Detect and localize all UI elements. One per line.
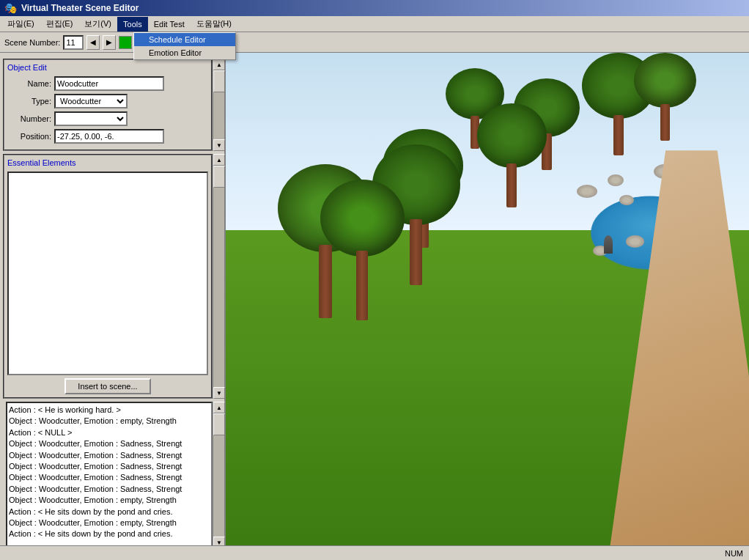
position-input[interactable] xyxy=(54,129,164,144)
menu-file[interactable]: 파일(E) xyxy=(1,17,40,32)
number-select[interactable] xyxy=(54,111,128,126)
menu-edit-test[interactable]: Edit Test xyxy=(148,17,191,32)
field-row-number: Number: xyxy=(7,111,208,126)
scene-prev-button[interactable]: ◀ xyxy=(86,35,100,50)
main-layout: Object Edit Name: Type: Woodcutter xyxy=(0,53,749,560)
log-line: Action : < He is working hard. > xyxy=(9,405,210,416)
log-line: Object : Woodcutter, Emotion : empty, St… xyxy=(9,517,210,528)
log-line: Object : Woodcutter, Emotion : Sadness, … xyxy=(9,438,210,449)
essential-vscroll-thumb[interactable] xyxy=(213,166,225,188)
path-road xyxy=(605,150,749,560)
essential-vscroll-track xyxy=(213,166,224,387)
num-indicator: NUM xyxy=(725,549,743,558)
log-line: Object : Woodcutter, Emotion : empty, St… xyxy=(9,416,210,427)
scene-status-indicator xyxy=(119,36,132,49)
status-bar: NUM xyxy=(0,545,749,560)
object-edit-title: Object Edit xyxy=(7,63,208,72)
log-vscroll-thumb[interactable] xyxy=(213,413,225,435)
essential-vscroll-down[interactable]: ▼ xyxy=(213,387,225,399)
menu-help[interactable]: 도움말(H) xyxy=(191,17,237,32)
essential-vscroll-up[interactable]: ▲ xyxy=(213,154,225,166)
scene-next-button[interactable]: ▶ xyxy=(103,35,116,50)
position-label: Position: xyxy=(7,132,51,141)
title-bar-text: Virtual Theater Scene Editor xyxy=(21,3,139,13)
character-figure xyxy=(604,235,613,254)
scene-number-input[interactable] xyxy=(63,35,84,50)
scene-number-label: Scene Number: xyxy=(4,38,60,47)
log-line: Object : Woodcutter, Emotion : empty, St… xyxy=(9,495,210,506)
essential-elements-section: Essential Elements Insert to scene... xyxy=(3,154,213,399)
menu-bar: 파일(E) 편집(E) 보기(V) Tools Edit Test 도움말(H)… xyxy=(0,16,749,32)
viewport-3d[interactable] xyxy=(226,53,749,560)
log-area[interactable]: Action : < He is working hard. >Object :… xyxy=(6,402,213,548)
log-line: Object : Woodcutter, Emotion : Sadness, … xyxy=(9,484,210,495)
number-label: Number: xyxy=(7,114,51,123)
vscroll-up-btn[interactable]: ▲ xyxy=(213,59,225,70)
essential-scrollbar[interactable]: ▲ ▼ xyxy=(213,154,224,399)
essential-elements-title: Essential Elements xyxy=(7,158,208,167)
log-line: Object : Woodcutter, Emotion : Sadness, … xyxy=(9,472,210,483)
field-row-name: Name: xyxy=(7,76,208,91)
type-label: Type: xyxy=(7,97,51,106)
left-panel: Object Edit Name: Type: Woodcutter xyxy=(0,53,226,560)
insert-to-scene-button[interactable]: Insert to scene... xyxy=(64,378,150,394)
app-icon: 🎭 xyxy=(4,2,17,14)
log-scrollbar[interactable]: ▲ ▼ xyxy=(213,402,224,548)
left-panel-inner: Object Edit Name: Type: Woodcutter xyxy=(0,53,224,560)
name-input[interactable] xyxy=(54,76,164,91)
vscroll-track-top xyxy=(213,70,224,139)
object-edit-section: Object Edit Name: Type: Woodcutter xyxy=(3,59,213,151)
elements-list[interactable] xyxy=(7,172,208,375)
vscroll-down-btn[interactable]: ▼ xyxy=(213,139,225,151)
log-vscroll-track xyxy=(213,413,224,537)
tree-back-4 xyxy=(634,53,696,141)
type-select[interactable]: Woodcutter xyxy=(54,94,128,108)
tree-mid-2 xyxy=(477,103,547,207)
title-bar: 🎭 Virtual Theater Scene Editor xyxy=(0,0,749,16)
vscroll-thumb[interactable] xyxy=(213,70,225,92)
log-line: Action : < NULL > xyxy=(9,427,210,438)
log-line: Action : < He sits down by the pond and … xyxy=(9,528,210,539)
menu-tools[interactable]: Tools xyxy=(117,17,148,32)
name-label: Name: xyxy=(7,79,51,88)
menu-view[interactable]: 보기(V) xyxy=(78,17,117,32)
dropdown-item-schedule-editor[interactable]: Schedule Editor xyxy=(134,33,235,46)
menu-edit[interactable]: 편집(E) xyxy=(40,17,79,32)
field-row-position: Position: xyxy=(7,129,208,144)
object-edit-scrollbar[interactable]: ▲ ▼ xyxy=(213,59,224,151)
log-line: Object : Woodcutter, Emotion : Sadness, … xyxy=(9,450,210,461)
tree-front-3 xyxy=(320,180,405,320)
field-row-type: Type: Woodcutter xyxy=(7,94,208,108)
log-line: Action : < He sits down by the pond and … xyxy=(9,506,210,517)
log-vscroll-up[interactable]: ▲ xyxy=(213,402,225,413)
log-line: Object : Woodcutter, Emotion : Sadness, … xyxy=(9,461,210,472)
dropdown-item-emotion-editor[interactable]: Emotion Editor xyxy=(134,46,235,59)
scene-row: Scene Number: ◀ ▶ xyxy=(0,32,749,53)
tools-dropdown: Schedule Editor Emotion Editor xyxy=(133,32,236,60)
